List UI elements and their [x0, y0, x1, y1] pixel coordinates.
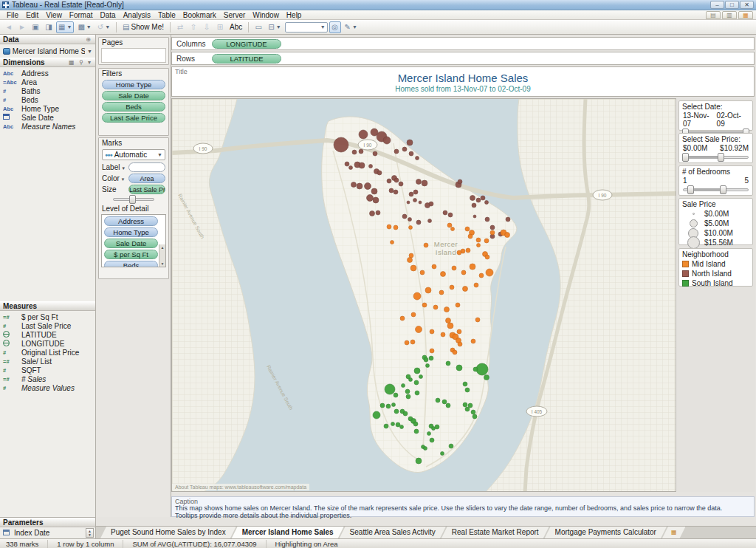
map-mark-mid[interactable] [447, 223, 452, 227]
map-mark-north[interactable] [416, 157, 419, 160]
scroll-down-icon[interactable]: ▼ [161, 261, 165, 266]
field-measure-names[interactable]: AbcMeasure Names [0, 122, 95, 131]
map-mark-north[interactable] [422, 180, 427, 186]
map-mark-north[interactable] [409, 151, 413, 156]
sheet-tab-seattle-area-sales-activity[interactable]: Seattle Area Sales Activity [340, 527, 446, 538]
map-mark-south[interactable] [435, 425, 439, 429]
sheet-tab-mortgage-payments-calculator[interactable]: Mortgage Payments Calculator [545, 527, 667, 538]
map-mark-mid[interactable] [411, 312, 416, 317]
map-mark-north[interactable] [490, 225, 495, 230]
map-mark-north[interactable] [357, 183, 362, 189]
size-legend-item[interactable]: $15.56M [682, 238, 749, 247]
map-mark-mid[interactable] [451, 227, 455, 231]
field-last-sale-price[interactable]: #Last Sale Price [0, 321, 95, 330]
map-mark-south[interactable] [424, 447, 427, 451]
map-mark-south[interactable] [463, 403, 467, 407]
map-mark-north[interactable] [443, 210, 447, 215]
parameter-spinner[interactable]: ▲▼ [86, 528, 94, 538]
menu-table[interactable]: Table [154, 11, 179, 19]
map-mark-north[interactable] [481, 196, 485, 200]
map-mark-south[interactable] [456, 365, 462, 371]
map-mark-mid[interactable] [477, 244, 481, 247]
map-mark-south[interactable] [384, 424, 388, 428]
map-mark-south[interactable] [386, 404, 391, 408]
columns-shelf[interactable]: Columns LONGITUDE [171, 37, 755, 50]
map-mark-mid[interactable] [394, 225, 398, 230]
map-mark-north[interactable] [345, 162, 349, 166]
duplicate-sheet-button[interactable]: ▩▼ [75, 21, 93, 33]
forward-button[interactable]: ► [16, 21, 28, 33]
map-mark-south[interactable] [471, 410, 475, 414]
map-mark-mid[interactable] [485, 255, 489, 259]
map-mark-mid[interactable] [505, 233, 510, 238]
map-mark-south[interactable] [449, 444, 453, 448]
map-mark-south[interactable] [380, 403, 385, 408]
size-legend-item[interactable]: $0.00M [682, 209, 749, 219]
scroll-up-icon[interactable]: ▲ [161, 245, 165, 250]
map-mark-south[interactable] [441, 452, 444, 456]
map-mark-mid[interactable] [457, 329, 461, 334]
slider-handle[interactable] [129, 195, 136, 204]
map-mark-mid[interactable] [486, 269, 493, 276]
map-mark-south[interactable] [473, 367, 478, 371]
map-mark-mid[interactable] [461, 270, 466, 275]
map-mark-south[interactable] [396, 422, 400, 427]
sort-ascending-button[interactable]: ⇧ [188, 21, 199, 33]
bedrooms-range-slider[interactable] [682, 185, 749, 194]
chevron-down-icon[interactable]: ▼ [87, 49, 92, 54]
map-mark-south[interactable] [403, 411, 408, 416]
map-mark-south[interactable] [446, 403, 450, 408]
map-mark-north[interactable] [394, 190, 398, 194]
map-mark-south[interactable] [427, 432, 431, 436]
sort-descending-button[interactable]: ⇩ [201, 21, 213, 33]
show-me-button[interactable]: ▤Show Me! [120, 21, 166, 33]
map-mark-south[interactable] [430, 438, 434, 442]
map-mark-south[interactable] [414, 368, 420, 374]
field-original-list-price[interactable]: #Original List Price [0, 348, 95, 357]
map-mark-north[interactable] [351, 182, 357, 188]
map-mark-north[interactable] [428, 219, 432, 223]
field-beds[interactable]: #Beds [0, 95, 95, 104]
map-mark-north[interactable] [371, 188, 377, 194]
map-mark-north[interactable] [352, 150, 357, 154]
field--per-sq-ft[interactable]: =#$ per Sq Ft [0, 312, 95, 321]
datasource-selector[interactable]: Mercer Island Home Sa... ▼ [0, 44, 95, 58]
pill-home-type[interactable]: Home Type [102, 80, 165, 89]
color-legend-card[interactable]: Neighborhood Mid IslandNorth IslandSouth… [678, 248, 753, 287]
field-home-type[interactable]: AbcHome Type [0, 104, 95, 113]
map-mark-mid[interactable] [391, 241, 394, 244]
field-area[interactable]: =AbcArea [0, 78, 95, 86]
normal-view-tab[interactable]: ▤ [706, 11, 721, 19]
back-button[interactable]: ◄ [3, 21, 15, 33]
size-legend-item[interactable]: $5.00M [682, 219, 749, 228]
field-address[interactable]: AbcAddress [0, 69, 95, 78]
price-range-slider[interactable] [682, 153, 749, 162]
pill-beds[interactable]: Beds [102, 102, 165, 112]
map-mark-south[interactable] [394, 409, 399, 414]
marks-card[interactable]: Marks ●●● Automatic ▼ Label ▼ Color ▼ Ar… [98, 137, 169, 279]
field-sqft[interactable]: #SQFT [0, 366, 95, 374]
map-mark-north[interactable] [408, 218, 412, 222]
map-mark-north[interactable] [349, 166, 353, 170]
rows-pill-latitude[interactable]: LATITUDE [212, 54, 281, 64]
map-mark-south[interactable] [385, 384, 395, 394]
map-mark-mid[interactable] [446, 318, 451, 323]
map-mark-mid[interactable] [387, 225, 391, 229]
map-mark-mid[interactable] [457, 250, 461, 255]
map-mark-mid[interactable] [441, 272, 446, 277]
map-mark-north[interactable] [413, 190, 418, 194]
map-mark-south[interactable] [472, 414, 477, 419]
map-mark-south[interactable] [402, 384, 405, 388]
menu-view[interactable]: View [42, 11, 66, 19]
map-mark-mid[interactable] [441, 332, 445, 337]
presentation-view-tab[interactable]: ▦ [738, 11, 753, 19]
map-mark-south[interactable] [406, 394, 410, 399]
map-mark-north[interactable] [373, 151, 377, 156]
sheet-tab-real-estate-market-report[interactable]: Real Estate Market Report [441, 527, 549, 538]
map-mark-mid[interactable] [447, 323, 453, 329]
map-mark-mid[interactable] [409, 253, 413, 258]
map-mark-north[interactable] [367, 195, 374, 202]
slider-handle[interactable] [687, 185, 694, 194]
connect-data-button[interactable]: ◨ [43, 21, 55, 33]
map-mark-south[interactable] [419, 375, 423, 379]
